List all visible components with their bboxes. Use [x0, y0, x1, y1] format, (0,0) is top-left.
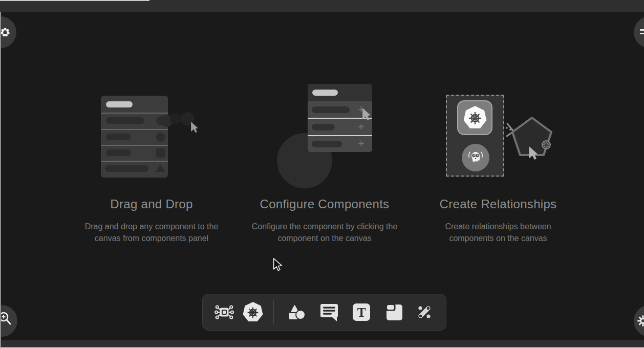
component-square-thumb	[156, 148, 165, 158]
relationship-link-icon	[414, 302, 435, 322]
design-canvas[interactable]: + + +	[0, 0, 644, 348]
component-circle-thumb	[156, 133, 165, 142]
config-row: +	[308, 136, 372, 152]
row-label-pill	[312, 106, 350, 113]
kubernetes-component-node	[457, 100, 492, 135]
config-panel-header	[308, 84, 372, 101]
card-title-configure-components: Configure Components	[248, 197, 401, 211]
illustration-cursor-icon	[528, 146, 539, 160]
add-config-icon: +	[358, 122, 364, 132]
card-description: Configure the component by clicking the …	[248, 221, 401, 244]
row-label-pill	[312, 141, 342, 147]
panel-divider	[101, 113, 168, 114]
components-chip-tool[interactable]	[210, 300, 239, 324]
toolbar-divider	[273, 300, 274, 324]
component-triangle-thumb	[155, 164, 165, 172]
panel-divider	[101, 161, 168, 162]
mouse-cursor	[272, 258, 283, 271]
row-label-pill	[106, 117, 144, 124]
panel-search-pill	[106, 101, 133, 107]
card-description: Create relationships between components …	[441, 221, 555, 244]
svg-text:T: T	[357, 306, 366, 319]
top-edge-highlight	[0, 0, 149, 1]
row-label-pill	[312, 124, 335, 130]
kubernetes-tool[interactable]	[239, 300, 267, 324]
panel-divider	[101, 145, 168, 146]
text-tool-icon: T	[352, 302, 371, 322]
row-label-pill	[106, 149, 131, 156]
top-chrome-bar	[0, 0, 644, 12]
comment-icon	[319, 302, 339, 322]
squid-mascot-icon	[465, 147, 486, 168]
card-description: Drag and drop any component to the canva…	[82, 221, 221, 244]
bottom-chrome-bar	[0, 340, 644, 347]
notes-tool[interactable]	[378, 300, 410, 324]
card-title-drag-and-drop: Drag and Drop	[75, 197, 228, 211]
notes-icon	[384, 302, 404, 322]
panel-toggle-button[interactable]	[634, 16, 644, 48]
zoom-in-button[interactable]	[0, 305, 17, 337]
text-tool[interactable]: T	[345, 300, 377, 324]
components-panel-illustration	[101, 96, 168, 178]
config-row: +	[308, 119, 372, 136]
shapes-tool[interactable]	[280, 300, 312, 324]
drag-trail-circle	[170, 113, 181, 124]
row-label-pill	[106, 134, 131, 140]
panel-divider	[101, 129, 168, 130]
meshery-flower-icon	[0, 27, 10, 37]
canvas-toolbar: T	[202, 294, 446, 331]
comment-tool[interactable]	[313, 300, 345, 324]
kubernetes-icon	[463, 106, 487, 129]
left-edge-highlight	[0, 12, 1, 347]
settings-gear-button[interactable]	[634, 305, 644, 337]
meshery-mascot-node	[462, 144, 489, 171]
kubernetes-icon	[243, 302, 263, 322]
components-chip-icon	[214, 302, 234, 322]
add-config-icon: +	[358, 139, 364, 149]
relationship-link-tool[interactable]	[410, 300, 439, 324]
panel-toggle-icon	[639, 28, 644, 37]
zoom-in-icon	[0, 311, 12, 327]
settings-gear-icon	[637, 315, 644, 327]
illustration-cursor-icon	[361, 108, 372, 121]
panel-title-pill	[312, 90, 338, 96]
illustration-cursor-icon	[190, 122, 199, 133]
row-label-pill	[105, 165, 148, 172]
shapes-icon	[286, 302, 307, 322]
meshery-flower-button[interactable]	[0, 16, 16, 48]
card-title-create-relationships: Create Relationships	[421, 197, 575, 211]
